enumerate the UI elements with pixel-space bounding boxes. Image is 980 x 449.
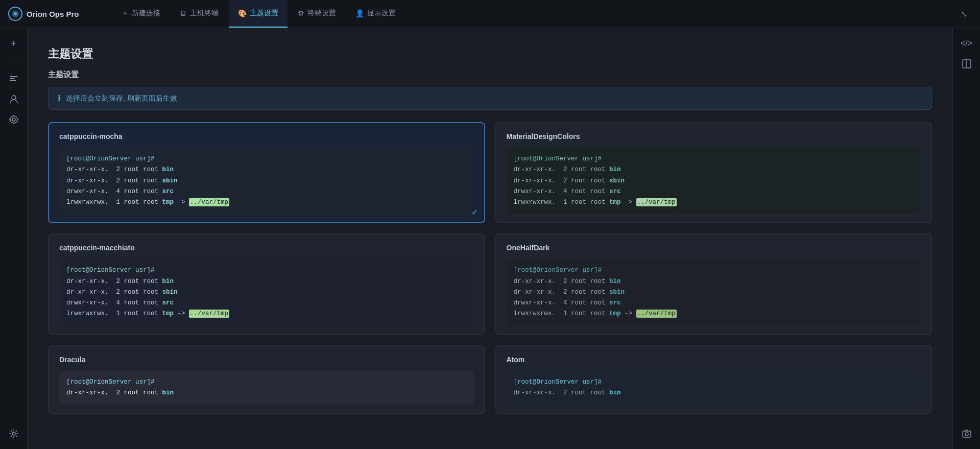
display-icon: 👤 (355, 9, 364, 17)
terminal-preview-ohd: [root@OrionServer usr]# dr-xr-xr-x. 2 ro… (507, 259, 921, 325)
app-title: Orion Ops Pro (27, 10, 79, 18)
info-text: 选择后会立刻保存, 刷新页面后生效 (66, 94, 177, 103)
sidebar-item-commands[interactable] (5, 69, 23, 88)
camera-icon (962, 429, 971, 438)
logo-icon (8, 7, 22, 21)
svg-point-7 (10, 116, 17, 123)
theme-name: MaterialDesignColors (507, 132, 921, 140)
theme-grid: catppuccin-mocha [root@OrionServer usr]#… (48, 122, 932, 414)
nav-display-settings[interactable]: 👤 显示设置 (346, 0, 405, 28)
terminal-preview-cma: [root@OrionServer usr]# dr-xr-xr-x. 2 ro… (59, 259, 474, 325)
theme-card-dracula[interactable]: Dracula [root@OrionServer usr]# dr-xr-xr… (48, 345, 485, 414)
topbar-right: ⤡ (955, 6, 980, 22)
info-banner: ℹ 选择后会立刻保存, 刷新页面后生效 (48, 87, 932, 110)
topnav: ＋ 新建连接 🖥 主机终端 🎨 主题设置 ⚙ 终端设置 👤 显示设置 (112, 0, 955, 28)
svg-rect-16 (963, 431, 971, 437)
theme-name: catppuccin-macchiato (59, 244, 474, 252)
sidebar-item-users[interactable] (5, 90, 23, 108)
gear-icon (9, 429, 19, 439)
theme-card-onehalfdark[interactable]: OneHalfDark [root@OrionServer usr]# dr-x… (495, 233, 933, 335)
theme-card-atom[interactable]: Atom [root@OrionServer usr]# dr-xr-xr-x.… (495, 345, 933, 414)
terminal-preview-md: [root@OrionServer usr]# dr-xr-xr-x. 2 ro… (507, 148, 921, 214)
theme-name: OneHalfDark (507, 244, 921, 252)
svg-point-2 (14, 12, 17, 15)
svg-point-13 (12, 432, 15, 435)
expand-icon[interactable]: ⤡ (955, 6, 972, 22)
sidebar-item-settings[interactable] (5, 424, 23, 443)
info-icon: ℹ (58, 93, 61, 103)
svg-point-6 (12, 96, 16, 100)
main-layout: + (0, 28, 980, 449)
content-area: 主题设置 主题设置 ℹ 选择后会立刻保存, 刷新页面后生效 catppuccin… (28, 28, 952, 449)
theme-card-catppuccin-macchiato[interactable]: catppuccin-macchiato [root@OrionServer u… (48, 233, 485, 335)
screenshot-icon[interactable] (958, 424, 976, 443)
theme-name: Dracula (59, 356, 474, 364)
nav-host-terminal[interactable]: 🖥 主机终端 (171, 0, 228, 28)
theme-name: catppuccin-mocha (59, 132, 474, 140)
split-icon (962, 59, 971, 68)
svg-rect-3 (10, 76, 18, 77)
target-icon (9, 114, 19, 125)
vertical-split-icon[interactable] (958, 55, 976, 73)
sidebar-bottom (5, 424, 23, 443)
code-panel-icon[interactable]: </> (958, 34, 976, 53)
monitor-icon: 🖥 (180, 9, 187, 17)
plus-icon: ＋ (122, 9, 129, 18)
app-logo: Orion Ops Pro (0, 7, 112, 21)
theme-name: Atom (507, 356, 921, 364)
svg-rect-4 (10, 78, 15, 79)
nav-new-connection[interactable]: ＋ 新建连接 (112, 0, 170, 28)
nav-theme-settings[interactable]: 🎨 主题设置 (229, 0, 288, 28)
page-title: 主题设置 (48, 46, 932, 62)
user-icon (9, 94, 19, 104)
theme-icon: 🎨 (238, 9, 247, 17)
terminal-preview-dra: [root@OrionServer usr]# dr-xr-xr-x. 2 ro… (59, 371, 474, 405)
svg-rect-5 (10, 80, 16, 81)
svg-point-17 (965, 433, 968, 436)
section-title: 主题设置 (48, 70, 932, 80)
settings-icon: ⚙ (298, 9, 304, 17)
right-panel: </> (952, 28, 980, 449)
sidebar: + (0, 28, 28, 449)
commands-icon (9, 74, 19, 84)
terminal-preview-atom: [root@OrionServer usr]# dr-xr-xr-x. 2 ro… (507, 371, 921, 405)
sidebar-divider (6, 63, 21, 63)
sidebar-item-targets[interactable] (5, 110, 23, 129)
theme-card-catppuccin-mocha[interactable]: catppuccin-mocha [root@OrionServer usr]#… (48, 122, 485, 223)
sidebar-add-button[interactable]: + (5, 34, 23, 53)
topbar: Orion Ops Pro ＋ 新建连接 🖥 主机终端 🎨 主题设置 ⚙ 终端设… (0, 0, 980, 28)
theme-card-materialdesigncolors[interactable]: MaterialDesignColors [root@OrionServer u… (495, 122, 933, 223)
terminal-preview-cm: [root@OrionServer usr]# dr-xr-xr-x. 2 ro… (59, 148, 474, 214)
selected-check-icon: ✓ (471, 207, 478, 217)
svg-point-8 (12, 118, 15, 121)
nav-terminal-settings[interactable]: ⚙ 终端设置 (289, 0, 345, 28)
